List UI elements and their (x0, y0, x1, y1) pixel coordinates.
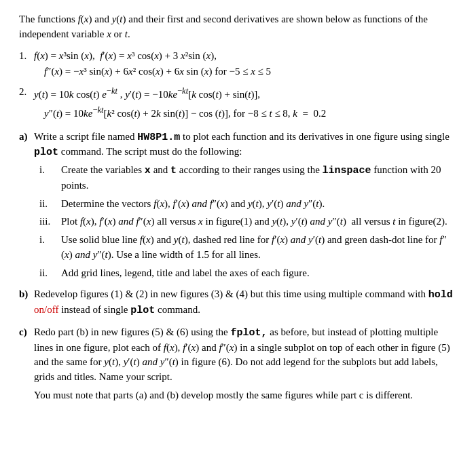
part-c-extra: You must note that parts (a) and (b) dev… (34, 388, 457, 403)
roman-iii-1-text: Plot f(x), f′(x) and f″(x) all versus x … (61, 214, 457, 229)
intro-paragraph: The functions f(x) and y(t) and their fi… (19, 12, 457, 42)
equation-item-2: 2. y(t) = 10k cos(t) e−kt , y′(t) = −10k… (19, 85, 457, 123)
part-a-item-i2: i. Use solid blue line f(x) and y(t), da… (39, 233, 457, 263)
roman-i-2-text: Use solid blue line f(x) and y(t), dashe… (61, 233, 457, 263)
roman-i-2: i. (39, 233, 61, 248)
roman-ii-1: ii. (39, 197, 61, 212)
roman-i-1-text: Create the variables x and t according t… (61, 163, 457, 193)
eq-content-2: y(t) = 10k cos(t) e−kt , y′(t) = −10ke−k… (34, 85, 457, 123)
part-a: a) Write a script file named HW8P1.m to … (19, 130, 457, 281)
part-b-text: Redevelop figures (1) & (2) in new figur… (34, 287, 457, 318)
part-a-item-i: i. Create the variables x and t accordin… (39, 163, 457, 193)
part-a-item-ii2: ii. Add grid lines, legend, title and la… (39, 266, 457, 281)
part-c-text1: Redo part (b) in new figures (5) & (6) u… (34, 325, 457, 385)
part-c-letter: c) (19, 325, 34, 340)
eq-line-2b: y″(t) = 10ke−kt[k² cos(t) + 2k sin(t)] −… (34, 104, 457, 121)
eq-line-1a: f(x) = x³sin (x), f′(x) = x³ cos(x) + 3 … (34, 49, 457, 64)
roman-ii-2-text: Add grid lines, legend, title and label … (61, 266, 457, 281)
equation-item-1: 1. f(x) = x³sin (x), f′(x) = x³ cos(x) +… (19, 49, 457, 81)
eq-line-2a: y(t) = 10k cos(t) e−kt , y′(t) = −10ke−k… (34, 85, 457, 102)
part-a-text: Write a script file named HW8P1.m to plo… (34, 130, 457, 161)
eq-line-1b: f″(x) = −x³ sin(x) + 6x² cos(x) + 6x sin… (34, 64, 457, 79)
eq-num-1: 1. (19, 49, 34, 64)
equations-list: 1. f(x) = x³sin (x), f′(x) = x³ cos(x) +… (19, 49, 457, 123)
part-a-letter: a) (19, 130, 34, 145)
part-c: c) Redo part (b) in new figures (5) & (6… (19, 325, 457, 403)
part-b-header: b) Redevelop figures (1) & (2) in new fi… (19, 287, 457, 318)
part-a-item-ii: ii. Determine the vectors f(x), f′(x) an… (39, 197, 457, 212)
part-b-letter: b) (19, 287, 34, 302)
roman-i-1: i. (39, 163, 61, 178)
roman-ii-2: ii. (39, 266, 61, 281)
roman-iii-1: iii. (39, 214, 61, 229)
part-c-header: c) Redo part (b) in new figures (5) & (6… (19, 325, 457, 385)
and-text-1: and (149, 390, 164, 400)
eq-content-1: f(x) = x³sin (x), f′(x) = x³ cos(x) + 3 … (34, 49, 457, 81)
roman-ii-1-text: Determine the vectors f(x), f′(x) and f″… (61, 197, 457, 212)
part-a-header: a) Write a script file named HW8P1.m to … (19, 130, 457, 161)
part-a-subitems: i. Create the variables x and t accordin… (39, 163, 457, 280)
part-a-item-iii: iii. Plot f(x), f′(x) and f″(x) all vers… (39, 214, 457, 229)
eq-num-2: 2. (19, 85, 34, 100)
part-b: b) Redevelop figures (1) & (2) in new fi… (19, 287, 457, 318)
